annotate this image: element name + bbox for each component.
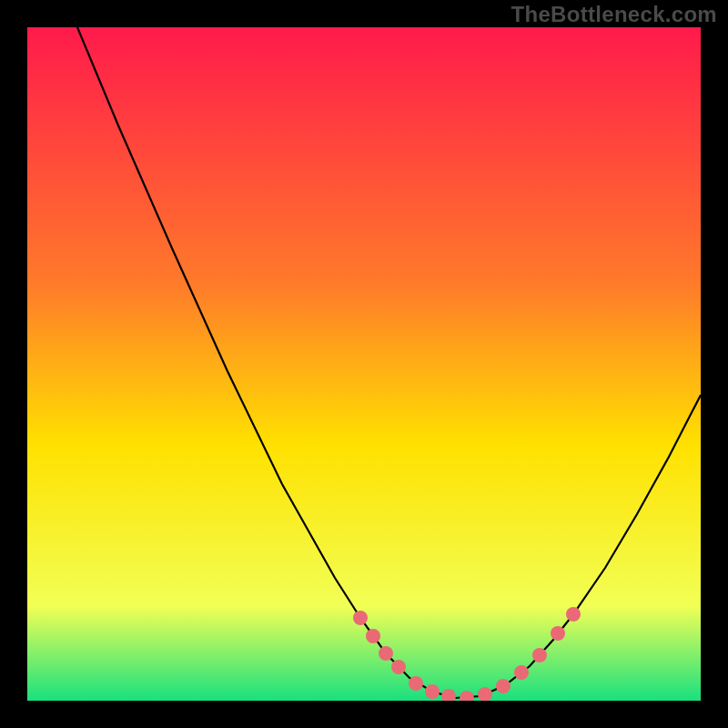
highlight-dot	[532, 648, 547, 662]
highlight-dot	[391, 660, 406, 674]
highlight-dot	[379, 646, 393, 661]
highlight-dot	[496, 679, 511, 693]
highlight-dot	[514, 665, 529, 680]
gradient-background	[27, 27, 701, 701]
highlight-dot	[425, 684, 440, 699]
chart-frame: TheBottleneck.com	[0, 0, 728, 728]
highlight-dot	[353, 611, 368, 625]
highlight-dot	[409, 676, 423, 691]
highlight-dot	[551, 626, 565, 641]
highlight-dot	[366, 629, 380, 643]
highlight-dot	[566, 607, 581, 622]
watermark-text: TheBottleneck.com	[511, 2, 717, 27]
bottleneck-plot	[27, 27, 701, 701]
